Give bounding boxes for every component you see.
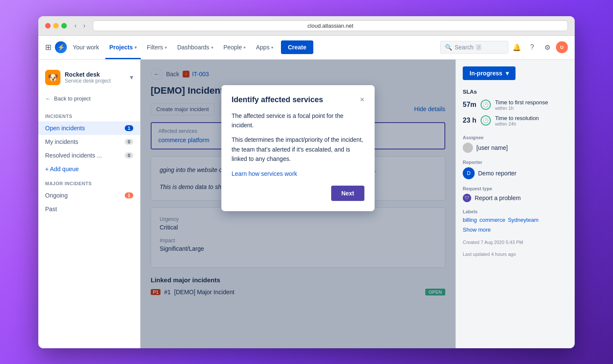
right-sidebar: In-progress ▾ SLAs 57m 🕐 Time to first r… <box>455 60 575 348</box>
slash-key: / <box>476 44 481 50</box>
sidebar: 🐶 Rocket desk Service desk project ▾ ← B… <box>38 60 140 348</box>
search-label: Search <box>455 44 473 51</box>
labels-row: billing commerce Sydneyteam <box>463 217 568 223</box>
sla2-clock-icon: 🕐 <box>481 115 491 126</box>
dashboards-chevron-icon: ▾ <box>211 45 213 50</box>
reporter-name: Demo reporter <box>478 170 516 177</box>
nav-filters[interactable]: Filters ▾ <box>143 35 171 59</box>
apps-chevron-icon: ▾ <box>271 45 273 50</box>
label-billing[interactable]: billing <box>463 217 477 223</box>
ongoing-badge: 1 <box>125 192 133 198</box>
modal-body: The affected service is a focal point fo… <box>232 111 364 164</box>
modal-title: Identify affected services <box>232 95 323 104</box>
address-bar[interactable]: cloud.atlassian.net <box>93 20 568 31</box>
sla-first-response: 57m 🕐 Time to first response within 1h <box>463 99 568 111</box>
content-area: ← Back ! IT-003 [DEMO] Incident ticket C… <box>140 60 455 348</box>
modal-footer: Next <box>232 186 364 201</box>
request-type-label: Request type <box>463 186 568 191</box>
resolved-incidents-badge: 0 <box>125 152 133 158</box>
status-chevron-icon: ▾ <box>506 70 509 77</box>
nav-people[interactable]: People ▾ <box>219 35 250 59</box>
nav-icons: 🔔 ? ⚙ U <box>510 40 568 54</box>
grid-icon[interactable]: ⊞ <box>45 43 52 52</box>
identify-services-modal: Identify affected services × The affecte… <box>221 85 375 212</box>
meta-created: Created 7 Aug 2020 5:43 PM <box>463 240 568 245</box>
modal-close-button[interactable]: × <box>360 95 364 104</box>
project-name: Rocket desk <box>65 71 126 78</box>
assignee-name: [user name] <box>476 144 508 151</box>
modal-body-p1: The affected service is a focal point fo… <box>232 111 364 130</box>
sla1-time: 57m <box>463 101 476 109</box>
sla1-clock-icon: 🕐 <box>481 100 491 110</box>
sidebar-item-resolved-incidents[interactable]: Resolved incidents ... 0 <box>38 149 140 162</box>
sla-title: SLAs <box>463 89 568 95</box>
sidebar-item-my-incidents[interactable]: My incidents 0 <box>38 135 140 149</box>
sla1-sub: within 1h <box>495 106 548 111</box>
project-header: 🐶 Rocket desk Service desk project ▾ <box>38 66 140 92</box>
projects-chevron-icon: ▾ <box>135 45 137 50</box>
notifications-button[interactable]: 🔔 <box>510 40 524 54</box>
nav-apps[interactable]: Apps ▾ <box>252 35 278 59</box>
traffic-lights <box>45 23 67 29</box>
reporter-section: Reporter D Demo reporter <box>463 160 568 179</box>
close-traffic-light[interactable] <box>45 23 51 29</box>
sla2-name: Time to resolution <box>495 115 539 121</box>
assignee-avatar <box>463 143 473 153</box>
people-chevron-icon: ▾ <box>243 45 246 50</box>
modal-body-p2: This determines the impact/priority of t… <box>232 135 364 163</box>
major-incidents-section-label: Major incidents <box>38 176 140 189</box>
open-incidents-badge: 1 <box>125 125 133 131</box>
reporter-label: Reporter <box>463 160 568 165</box>
browser-chrome: ‹ › cloud.atlassian.net <box>38 16 575 36</box>
show-more-button[interactable]: Show more <box>463 226 568 233</box>
back-arrow-icon: ← <box>45 95 51 102</box>
back-nav-btn[interactable]: ‹ <box>72 21 79 30</box>
reporter-avatar: D <box>463 167 475 179</box>
request-type-icon: 🛡 <box>463 194 471 202</box>
status-button[interactable]: In-progress ▾ <box>463 66 516 80</box>
help-button[interactable]: ? <box>525 40 539 54</box>
search-icon: 🔍 <box>445 44 452 51</box>
sla-time-to-resolution: 23 h 🕐 Time to resolution within 24h <box>463 115 568 126</box>
nav-arrows: ‹ › <box>72 21 88 30</box>
sla2-sub: within 24h <box>495 121 539 126</box>
next-button[interactable]: Next <box>331 186 364 201</box>
create-button[interactable]: Create <box>281 40 313 54</box>
project-type: Service desk project <box>65 78 126 84</box>
project-chevron-icon[interactable]: ▾ <box>130 73 133 81</box>
atlassian-logo[interactable]: ⚡ <box>55 41 67 53</box>
back-to-project-button[interactable]: ← Back to project <box>38 92 140 105</box>
sidebar-item-past[interactable]: Past <box>38 202 140 216</box>
nav-projects[interactable]: Projects ▾ <box>105 35 141 59</box>
minimize-traffic-light[interactable] <box>53 23 59 29</box>
request-type-section: Request type 🛡 Report a problem <box>463 186 568 202</box>
assignee-section: Assignee [user name] <box>463 135 568 153</box>
filters-chevron-icon: ▾ <box>165 45 167 50</box>
sla-section: SLAs 57m 🕐 Time to first response within… <box>463 89 568 126</box>
sla1-name: Time to first response <box>495 99 548 106</box>
modal-header: Identify affected services × <box>232 95 364 104</box>
labels-label: Labels <box>463 209 568 214</box>
incidents-section-label: Incidents <box>38 109 140 121</box>
learn-services-link[interactable]: Learn how services work <box>232 170 364 177</box>
settings-button[interactable]: ⚙ <box>541 40 554 54</box>
nav-dashboards[interactable]: Dashboards ▾ <box>173 35 218 59</box>
meta-updated: Last updated 4 hours ago <box>463 252 568 257</box>
label-commerce[interactable]: commerce <box>479 217 505 223</box>
user-avatar[interactable]: U <box>556 41 568 53</box>
modal-overlay: Identify affected services × The affecte… <box>140 60 455 348</box>
sidebar-item-ongoing[interactable]: Ongoing 1 <box>38 189 140 202</box>
nav-your-work[interactable]: Your work <box>69 35 103 59</box>
labels-section: Labels billing commerce Sydneyteam Show … <box>463 209 568 233</box>
sla2-time: 23 h <box>463 117 476 124</box>
sidebar-item-open-incidents[interactable]: Open incidents 1 <box>38 121 140 135</box>
label-sydneyteam[interactable]: Sydneyteam <box>508 217 539 223</box>
maximize-traffic-light[interactable] <box>61 23 67 29</box>
assignee-label: Assignee <box>463 135 568 140</box>
my-incidents-badge: 0 <box>125 139 133 145</box>
project-avatar: 🐶 <box>45 70 60 85</box>
request-type-name: Report a problem <box>475 195 521 201</box>
search-bar[interactable]: 🔍 Search / <box>440 41 508 54</box>
forward-nav-btn[interactable]: › <box>81 21 88 30</box>
add-queue-button[interactable]: + Add queue <box>38 162 140 176</box>
